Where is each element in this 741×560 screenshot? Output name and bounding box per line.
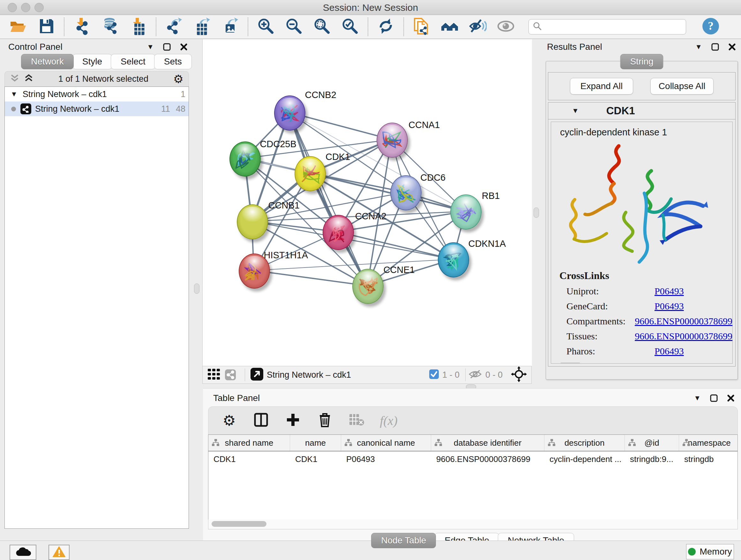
column-header-namespace[interactable]: namespace [679,435,738,451]
table-panel-collapse-button[interactable]: ▼ [694,395,701,401]
network-node-CCNA2[interactable] [323,215,354,250]
node-label-CCNA1: CCNA1 [408,120,440,130]
tab-select[interactable]: Select [111,54,155,69]
network-node-CDC6[interactable] [390,175,421,210]
svg-text:?: ? [708,20,714,32]
import-network-button[interactable] [72,17,92,37]
birdseye-view-icon[interactable] [511,366,527,383]
control-panel-collapse-button[interactable]: ▼ [147,44,154,51]
export-network-button[interactable] [164,17,184,37]
save-session-button[interactable] [37,17,56,37]
results-panel-close-button[interactable] [728,43,736,51]
gene-description: cyclin-dependent kinase 1 [560,127,732,138]
network-node-CCNA1[interactable] [377,123,408,158]
expand-all-button[interactable]: Expand All [570,78,633,95]
network-node-CCNB1[interactable] [237,204,268,240]
zoom-selected-button[interactable] [340,17,360,37]
tab-network[interactable]: Network [21,54,74,69]
table-hscrollbar[interactable] [208,519,738,530]
preview-eye-button[interactable] [496,17,516,37]
selected-checkbox-icon[interactable] [429,369,439,381]
expand-all-networks-icon[interactable] [24,73,33,85]
crosslink-link[interactable]: 9606.ENSP00000378699 [635,331,732,341]
gene-collapse-icon[interactable]: ▼ [572,107,579,114]
network-node-CDC25B[interactable] [229,141,261,177]
delete-column-button[interactable] [316,411,334,430]
column-header-name[interactable]: name [290,435,341,451]
node-count: 11 [161,104,170,114]
tab-style[interactable]: Style [72,54,112,69]
table-panel-close-button[interactable] [727,394,735,402]
results-panel-collapse-button[interactable]: ▼ [695,44,702,51]
open-in-window-icon[interactable] [250,368,264,382]
network-list-row[interactable]: ▼ String Network – cdk1 1 [5,87,189,102]
crosslinks-title: CrossLinks [559,270,732,282]
control-panel-close-button[interactable] [180,43,188,51]
network-list-row[interactable]: String Network – cdk1 11 48 [5,102,189,116]
toggle-visibility-button[interactable] [468,17,488,37]
collapse-all-networks-icon[interactable] [10,73,19,85]
grid-view-icon[interactable] [207,368,220,382]
open-session-button[interactable] [8,17,28,37]
collapse-all-button[interactable]: Collapse All [650,78,714,95]
left-splitter-handle[interactable] [194,284,199,294]
column-header-database-identifier[interactable]: database identifier [431,435,544,451]
search-input[interactable] [542,20,686,34]
string-results-body: Expand All Collapse All ▼ CDK1 cyclin-de… [546,61,738,380]
network-options-gear-icon[interactable]: ⚙ [173,73,184,85]
network-share-view-icon[interactable] [225,369,236,380]
cloud-button[interactable] [10,545,37,560]
table-settings-button[interactable]: ⚙ [220,411,239,430]
zoom-in-icon [257,17,275,37]
right-splitter-handle[interactable] [534,207,539,218]
network-node-CCNE1[interactable] [352,269,384,304]
control-panel-float-button[interactable] [163,43,171,51]
node-label-CCNE1: CCNE1 [383,265,414,275]
column-header-canonical-name[interactable]: canonical name [341,435,431,451]
table-panel-float-button[interactable] [710,394,718,402]
column-header-description[interactable]: description [544,435,625,451]
results-panel-float-button[interactable] [711,43,719,51]
tab-sets[interactable]: Sets [154,54,192,69]
function-builder-icon: f(x) [380,413,398,428]
warning-button[interactable] [49,545,70,560]
crosslinks-scrollbar[interactable] [561,362,580,364]
zoom-out-button[interactable] [284,17,304,37]
string-home-button[interactable] [440,17,460,37]
memory-button[interactable]: Memory [686,544,734,559]
tab-node-table[interactable]: Node Table [371,533,436,548]
export-table-button[interactable] [192,17,212,37]
table-row[interactable]: CDK1CDK1P064939606.ENSP00000378699cyclin… [208,451,738,467]
collection-expander-icon[interactable]: ▼ [10,91,17,98]
network-node-CCNB2[interactable] [274,96,306,131]
network-node-CDKN1A[interactable] [438,242,469,277]
crosslink-link[interactable]: P06493 [655,301,684,312]
import-network-database-button[interactable] [100,17,120,37]
network-view-canvas[interactable]: CCNB2CCNA1CDC25BCDK1CDC6RB1CCNB1CCNA2CDK… [202,39,532,366]
help-button[interactable]: ? [701,17,721,37]
import-table-button[interactable] [128,17,148,37]
zoom-in-button[interactable] [256,17,276,37]
crosslink-link[interactable]: P06493 [655,346,684,357]
document-share-button[interactable] [412,17,431,37]
export-image-button[interactable] [220,17,240,37]
hidden-eye-icon[interactable] [468,368,482,381]
crosslink-link[interactable]: P06493 [655,286,684,297]
function-builder-button: f(x) [380,411,398,430]
preview-eye-icon [497,17,515,37]
network-node-CDK1[interactable] [294,156,326,191]
column-header--id[interactable]: @id [625,435,679,451]
split-columns-button[interactable] [252,411,270,430]
node-label-CCNA2: CCNA2 [355,211,387,222]
network-node-RB1[interactable] [450,194,482,230]
crosslink-link[interactable]: 9606.ENSP00000378699 [635,316,732,327]
refresh-button[interactable] [376,17,396,37]
toolbar-separator [156,17,156,36]
node-table: shared namenamecanonical namedatabase id… [208,435,738,520]
zoom-fit-button[interactable] [312,17,332,37]
gene-section-header[interactable]: ▼ CDK1 [548,103,735,119]
tab-string[interactable]: String [620,54,663,69]
column-header-shared-name[interactable]: shared name [208,435,290,451]
table-hscrollbar-thumb[interactable] [212,521,266,527]
add-column-button[interactable] [284,411,302,430]
